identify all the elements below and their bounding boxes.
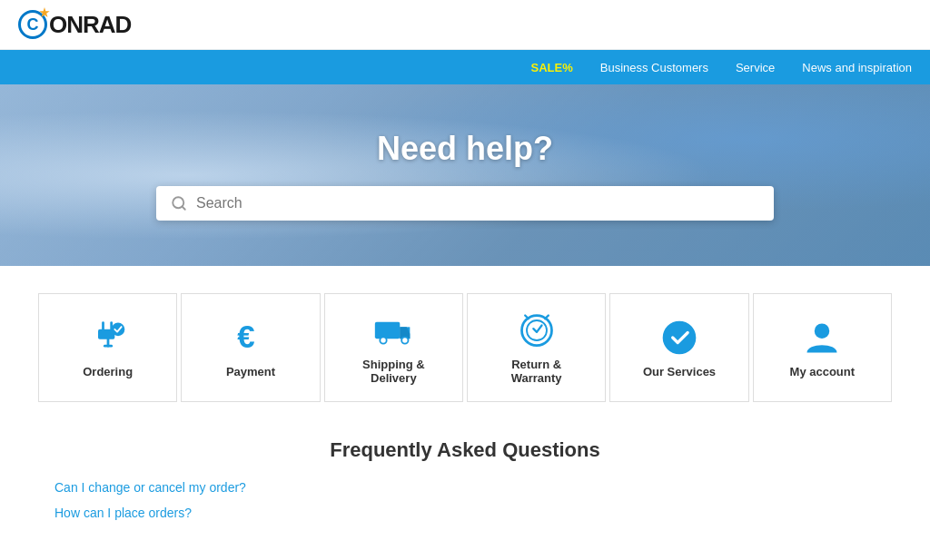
logo[interactable]: C ONRAD (18, 10, 131, 39)
payment-icon: € (231, 318, 271, 358)
search-icon (171, 195, 187, 211)
logo-c-circle: C (18, 10, 47, 39)
nav-item-service[interactable]: Service (736, 54, 775, 82)
category-label-return: Return &Warranty (511, 358, 562, 385)
category-label-payment: Payment (226, 365, 275, 378)
search-bar[interactable] (156, 186, 774, 221)
category-label-services: Our Services (643, 365, 716, 378)
svg-point-7 (401, 337, 408, 343)
svg-text:€: € (237, 319, 254, 354)
nav-item-business[interactable]: Business Customers (600, 54, 708, 82)
category-card-services[interactable]: Our Services (609, 293, 748, 402)
nav-item-news[interactable]: News and inspiration (802, 54, 912, 82)
svg-point-11 (815, 323, 830, 339)
nav-bar: SALE% Business Customers Service News an… (0, 50, 930, 84)
category-label-ordering: Ordering (83, 365, 133, 378)
search-input[interactable] (196, 195, 759, 211)
category-grid: Ordering € Payment Shipping &Delivery Re… (0, 266, 930, 429)
svg-point-10 (663, 320, 697, 354)
svg-point-3 (111, 322, 124, 336)
account-icon (802, 318, 842, 358)
header: C ONRAD (0, 0, 930, 50)
category-card-account[interactable]: My account (753, 293, 892, 402)
category-card-payment[interactable]: € Payment (181, 293, 320, 402)
hero-title: Need help? (377, 130, 553, 168)
category-card-return[interactable]: Return &Warranty (467, 293, 606, 402)
category-label-shipping: Shipping &Delivery (362, 358, 425, 385)
faq-link-2[interactable]: How can I place orders? (54, 506, 876, 520)
svg-rect-5 (375, 322, 401, 339)
category-card-shipping[interactable]: Shipping &Delivery (324, 293, 463, 402)
category-label-account: My account (790, 365, 856, 378)
services-icon (659, 318, 699, 358)
faq-title: Frequently Asked Questions (54, 438, 876, 462)
faq-section: Frequently Asked Questions Can I change … (0, 429, 930, 558)
svg-point-6 (381, 337, 387, 343)
nav-item-sale[interactable]: SALE% (531, 54, 573, 82)
shipping-icon (373, 310, 413, 350)
hero-section: Need help? (0, 84, 930, 266)
return-icon (517, 310, 557, 350)
logo-text: ONRAD (49, 11, 131, 39)
category-card-ordering[interactable]: Ordering (38, 293, 177, 402)
faq-link-1[interactable]: Can I change or cancel my order? (54, 480, 876, 495)
svg-line-1 (182, 206, 184, 209)
ordering-icon (88, 318, 128, 358)
